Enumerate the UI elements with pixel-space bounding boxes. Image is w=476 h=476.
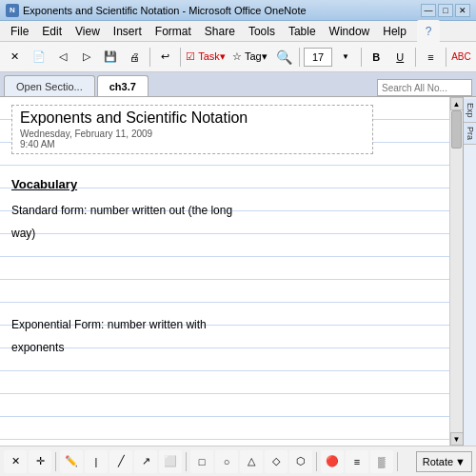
bottom-color-button[interactable]: 🔴 bbox=[321, 450, 344, 473]
note-title: Exponents and Scientific Notation bbox=[20, 109, 365, 127]
rotate-arrow-icon: ▼ bbox=[455, 456, 466, 467]
right-panel-tab-exp[interactable]: Exp bbox=[464, 99, 476, 123]
scroll-up-button[interactable]: ▲ bbox=[450, 97, 464, 110]
bottom-separator-4 bbox=[397, 452, 398, 471]
tab-ch37-label: ch3.7 bbox=[109, 81, 136, 92]
undo-button[interactable]: ↩ bbox=[154, 46, 176, 69]
bottom-move-button[interactable]: ✛ bbox=[29, 450, 51, 473]
menu-share[interactable]: Share bbox=[198, 23, 242, 40]
menu-bar: File Edit View Insert Format Share Tools… bbox=[0, 21, 476, 42]
rotate-button[interactable]: Rotate ▼ bbox=[416, 451, 472, 472]
bottom-toolbar: ✕ ✛ ✏️ | ╱ ↗ ⬜ □ ○ △ ◇ ⬡ 🔴 ≡ ▒ Rotate ▼ bbox=[0, 446, 476, 476]
toolbar-separator-3 bbox=[299, 48, 300, 67]
bottom-thickness-button[interactable]: ≡ bbox=[346, 450, 368, 473]
main-area: Exponents and Scientific Notation Wednes… bbox=[0, 97, 476, 446]
search-button-toolbar[interactable]: 🔍 bbox=[272, 46, 294, 69]
tab-open-section-label: Open Sectio... bbox=[16, 81, 83, 92]
rotate-label: Rotate bbox=[423, 456, 453, 467]
maximize-button[interactable]: □ bbox=[438, 4, 453, 17]
bottom-diamond-button[interactable]: ◇ bbox=[265, 450, 288, 473]
bold-button[interactable]: B bbox=[366, 46, 387, 69]
menu-help[interactable]: Help bbox=[376, 23, 413, 40]
bottom-line-button[interactable]: ╱ bbox=[109, 450, 132, 473]
save-button[interactable]: 💾 bbox=[100, 46, 122, 69]
toolbar-arrow-right[interactable]: ▷ bbox=[75, 46, 97, 69]
bottom-eraser-button[interactable]: ⬜ bbox=[159, 450, 182, 473]
print-button[interactable]: 🖨 bbox=[124, 46, 146, 69]
task-button[interactable]: ☑ Task▾ bbox=[185, 46, 227, 69]
bottom-separator-2 bbox=[186, 452, 187, 471]
font-size-display[interactable]: 17 bbox=[304, 48, 333, 67]
app-icon: N bbox=[6, 4, 19, 17]
toolbar-separator-6 bbox=[446, 48, 446, 67]
menu-file[interactable]: File bbox=[4, 23, 35, 40]
right-panel-tab-pra[interactable]: Pra bbox=[464, 123, 476, 145]
close-button[interactable]: ✕ bbox=[455, 4, 470, 17]
title-bar: N Exponents and Scientific Notation - Mi… bbox=[0, 0, 476, 21]
note-body: Vocabulary Standard form: number written… bbox=[11, 177, 438, 359]
menu-window[interactable]: Window bbox=[323, 23, 377, 40]
bottom-separator-3 bbox=[316, 452, 317, 471]
note-line-1: Standard form: number written out (the l… bbox=[11, 199, 438, 222]
bottom-opacity-button[interactable]: ▒ bbox=[370, 450, 393, 473]
toolbar-arrow-left[interactable]: ◁ bbox=[51, 46, 73, 69]
menu-tools[interactable]: Tools bbox=[242, 23, 282, 40]
menu-table[interactable]: Table bbox=[282, 23, 323, 40]
bottom-rect-button[interactable]: □ bbox=[190, 450, 213, 473]
note-title-box: Exponents and Scientific Notation Wednes… bbox=[11, 105, 373, 154]
bottom-shape-button[interactable]: ⬡ bbox=[289, 450, 312, 473]
toolbar-separator-4 bbox=[361, 48, 362, 67]
menu-edit[interactable]: Edit bbox=[35, 23, 69, 40]
bottom-triangle-button[interactable]: △ bbox=[240, 450, 263, 473]
scrollbar: ▲ ▼ bbox=[449, 97, 463, 446]
menu-insert[interactable]: Insert bbox=[107, 23, 149, 40]
note-content[interactable]: Exponents and Scientific Notation Wednes… bbox=[0, 97, 449, 446]
font-size-dropdown[interactable]: ▼ bbox=[334, 46, 356, 69]
toolbar-separator-2 bbox=[180, 48, 181, 67]
menu-format[interactable]: Format bbox=[149, 23, 198, 40]
tab-open-section[interactable]: Open Sectio... bbox=[4, 75, 95, 96]
search-input[interactable] bbox=[377, 79, 472, 96]
note-line-7: exponents bbox=[11, 336, 438, 359]
search-bar bbox=[377, 79, 472, 96]
underline-button[interactable]: U bbox=[389, 46, 411, 69]
right-panel: Exp Pra bbox=[463, 97, 476, 446]
scroll-thumb[interactable] bbox=[451, 110, 462, 149]
toolbar-separator-5 bbox=[415, 48, 416, 67]
menu-view[interactable]: View bbox=[69, 23, 107, 40]
tab-bar: Open Sectio... ch3.7 bbox=[0, 72, 476, 97]
bottom-select-button[interactable]: ✕ bbox=[4, 450, 27, 473]
bottom-pen-button[interactable]: ✏️ bbox=[60, 450, 83, 473]
bottom-arrow-button[interactable]: ↗ bbox=[134, 450, 157, 473]
window-controls: — □ ✕ bbox=[421, 4, 470, 17]
note-date: Wednesday, February 11, 2009 bbox=[20, 129, 365, 139]
note-line-5 bbox=[11, 290, 438, 313]
toolbar-separator-1 bbox=[149, 48, 150, 67]
minimize-button[interactable]: — bbox=[421, 4, 436, 17]
scroll-track bbox=[450, 110, 463, 432]
note-line-6: Exponential Form: number written with bbox=[11, 313, 438, 336]
toolbar: ✕ 📄 ◁ ▷ 💾 🖨 ↩ ☑ Task▾ ☆ Tag▾ 🔍 17 ▼ B U … bbox=[0, 42, 476, 72]
note-line-4 bbox=[11, 268, 438, 290]
bottom-ellipse-button[interactable]: ○ bbox=[215, 450, 238, 473]
help-icon[interactable]: ? bbox=[417, 20, 440, 43]
tag-button[interactable]: ☆ Tag▾ bbox=[228, 46, 270, 69]
window-title: Exponents and Scientific Notation - Micr… bbox=[23, 5, 421, 16]
note-time: 9:40 AM bbox=[20, 139, 365, 149]
tab-ch37[interactable]: ch3.7 bbox=[97, 75, 149, 96]
new-page-button[interactable]: 📄 bbox=[28, 46, 50, 69]
spelling-button[interactable]: ABC bbox=[450, 46, 472, 69]
list-button[interactable]: ≡ bbox=[420, 46, 442, 69]
note-area: Exponents and Scientific Notation Wednes… bbox=[0, 97, 463, 446]
vocabulary-heading: Vocabulary bbox=[11, 177, 438, 191]
bottom-marker-button[interactable]: | bbox=[85, 450, 108, 473]
scroll-down-button[interactable]: ▼ bbox=[450, 432, 464, 446]
toolbar-icon-1[interactable]: ✕ bbox=[4, 46, 26, 69]
bottom-separator-1 bbox=[55, 452, 56, 471]
note-line-3 bbox=[11, 245, 438, 268]
note-line-2: way) bbox=[11, 222, 438, 245]
